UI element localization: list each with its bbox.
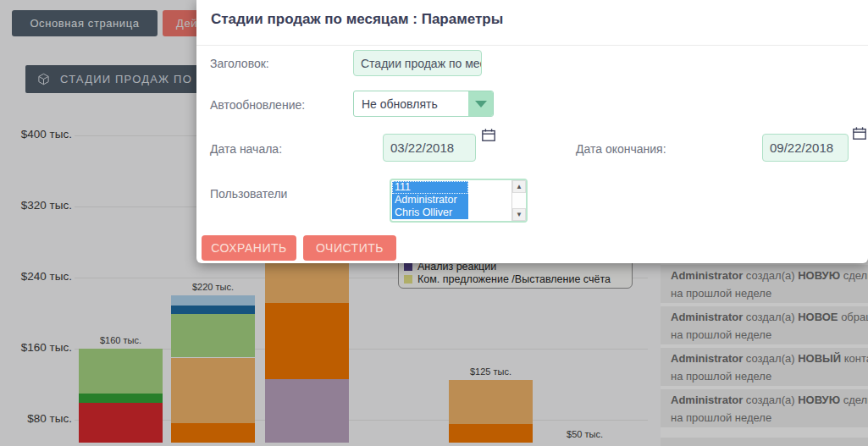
- user-option[interactable]: Administrator: [392, 194, 468, 206]
- save-button[interactable]: СОХРАНИТЬ: [202, 235, 296, 261]
- user-option[interactable]: 111: [392, 181, 468, 194]
- calendar-icon[interactable]: [852, 126, 867, 140]
- divider: [196, 45, 868, 46]
- scroll-up-icon[interactable]: ▲: [512, 180, 526, 193]
- autorefresh-label: Автообновление:: [210, 98, 305, 112]
- chart-parameters-dialog: Стадии продаж по месяцам : Параметры Заг…: [196, 0, 868, 263]
- end-date-label: Дата окончания:: [576, 142, 666, 156]
- title-input[interactable]: Стадии продаж по месяц: [353, 50, 482, 76]
- users-multiselect[interactable]: 111AdministratorChris Olliver ▲ ▼: [390, 179, 528, 223]
- start-date-input[interactable]: 03/22/2018: [383, 134, 476, 162]
- calendar-icon[interactable]: [481, 128, 496, 142]
- autorefresh-select[interactable]: Не обновлять: [353, 91, 494, 117]
- title-field-label: Заголовок:: [210, 57, 269, 70]
- scrollbar[interactable]: ▲ ▼: [511, 180, 526, 221]
- dialog-title: Стадии продаж по месяцам : Параметры: [211, 11, 503, 28]
- end-date-input[interactable]: 09/22/2018: [762, 134, 849, 162]
- users-label: Пользователи: [210, 187, 287, 201]
- chevron-down-icon[interactable]: [468, 91, 493, 116]
- user-option[interactable]: Chris Olliver: [392, 206, 468, 219]
- clear-button[interactable]: ОЧИСТИТЬ: [303, 235, 396, 261]
- start-date-label: Дата начала:: [210, 142, 282, 156]
- scroll-down-icon[interactable]: ▼: [512, 208, 526, 221]
- autorefresh-value: Не обновлять: [354, 91, 468, 116]
